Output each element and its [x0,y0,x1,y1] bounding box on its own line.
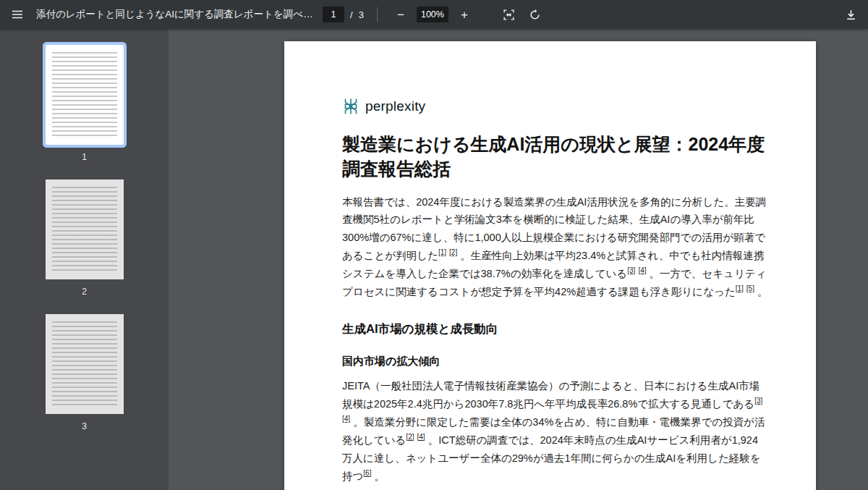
download-button[interactable] [841,4,861,25]
toolbar-divider [377,7,378,22]
paragraph: JEITA（一般社団法人電子情報技術産業協会）の予測によると、日本における生成A… [342,377,768,486]
citation-link[interactable]: [2] [406,433,414,441]
toolbar-left: 添付のレポートと同じようなAIに関する調査レポートを調べてきて、添付... [7,4,323,25]
citation-link[interactable]: [6] [363,469,371,477]
citation-link[interactable]: [4] [342,415,350,423]
rotate-button[interactable] [525,4,545,25]
rotate-icon [529,9,541,21]
thumbnail-preview[interactable] [46,45,124,145]
citation-link[interactable]: [3] [627,266,635,274]
fit-page-button[interactable] [499,4,519,25]
download-icon [845,9,857,21]
thumbnail-preview[interactable] [46,179,124,279]
hamburger-icon [11,8,24,21]
document-body: 本報告書では、2024年度における製造業界の生成AI活用状況を多角的に分析した。… [342,193,768,490]
citation-link[interactable]: [4] [638,266,646,274]
citation-link[interactable]: [5] [746,284,754,292]
page-count: 3 [359,9,364,20]
brand-name: perplexity [365,98,425,114]
citation-link[interactable]: [1] [438,248,446,256]
section-heading: 生成AI市場の規模と成長動向 [342,321,768,337]
page-number-input[interactable] [323,7,344,22]
subsection-heading: 国内市場の拡大傾向 [342,355,768,368]
thumbnail-page-number: 2 [82,287,87,297]
document-heading: 製造業における生成AI活用の現状と展望：2024年度調査報告総括 [342,132,768,182]
thumbnail-list: 123 [46,45,124,449]
plus-icon: + [461,9,468,21]
toolbar-center: / 3 − 100% + [323,4,545,25]
perplexity-logo-icon [342,98,359,115]
toolbar-right [545,4,861,25]
pdf-viewer-app: 添付のレポートと同じようなAIに関する調査レポートを調べてきて、添付... / … [0,0,868,490]
page-thumbnail[interactable]: 2 [46,179,124,297]
thumbnail-page-number: 3 [82,421,87,431]
citation-link[interactable]: [1] [736,284,744,292]
content-area: 123 perplexity 製造業における生成AI活用の現状と展望：2024年… [0,29,868,490]
page-thumbnail[interactable]: 1 [46,45,124,162]
body-text: 。 [757,286,768,297]
document-viewer[interactable]: perplexity 製造業における生成AI活用の現状と展望：2024年度調査報… [169,29,868,490]
body-text: JEITA（一般社団法人電子情報技術産業協会）の予測によると、日本における生成A… [342,380,760,410]
brand-logo: perplexity [342,98,768,115]
minus-icon: − [397,9,404,21]
thumbnail-preview[interactable] [46,314,124,414]
citation-link[interactable]: [4] [417,433,425,441]
thumbnail-page-number: 1 [82,152,87,162]
zoom-level: 100% [417,7,448,22]
body-text: 。 [375,470,386,482]
zoom-out-button[interactable]: − [391,4,411,25]
page-thumbnail[interactable]: 3 [46,314,124,431]
page-separator: / [350,9,353,20]
citation-link[interactable]: [3] [754,397,762,405]
pdf-page: perplexity 製造業における生成AI活用の現状と展望：2024年度調査報… [284,41,816,490]
thumbnail-sidebar: 123 [0,29,169,490]
fit-page-icon [503,9,515,21]
zoom-in-button[interactable]: + [454,4,475,25]
paragraph: 本報告書では、2024年度における製造業界の生成AI活用状況を多角的に分析した。… [342,193,768,302]
document-title: 添付のレポートと同じようなAIに関する調査レポートを調べてきて、添付... [36,8,323,21]
menu-button[interactable] [7,4,27,25]
citation-link[interactable]: [2] [449,248,457,256]
toolbar: 添付のレポートと同じようなAIに関する調査レポートを調べてきて、添付... / … [0,0,868,29]
